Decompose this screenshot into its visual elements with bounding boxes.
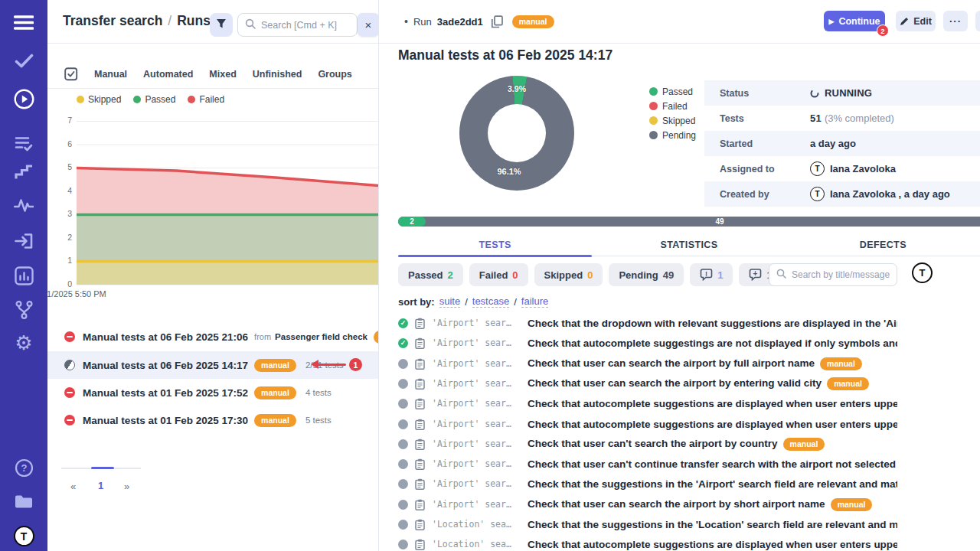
- select-all-icon[interactable]: [64, 67, 78, 81]
- test-row[interactable]: 'Airport' sear…Check that user can searc…: [398, 354, 897, 373]
- steps-icon[interactable]: [0, 165, 47, 180]
- folder-icon[interactable]: [0, 494, 47, 510]
- test-title[interactable]: Check that the dropdown with relevant su…: [528, 318, 897, 329]
- check-icon[interactable]: [0, 54, 47, 68]
- branch-icon[interactable]: [0, 300, 47, 320]
- filter-button[interactable]: [210, 13, 233, 37]
- chart-legend: Skipped Passed Failed: [77, 94, 224, 105]
- run-type-tabs: Manual Automated Mixed Unfinished Groups: [47, 60, 378, 89]
- filter-passed[interactable]: Passed2: [398, 263, 463, 286]
- test-suite: 'Airport' sear…: [432, 478, 518, 489]
- legend-failed: Failed: [649, 99, 696, 113]
- created-value: Iana Zavoloka , a day ago: [830, 188, 950, 200]
- menu-icon[interactable]: [0, 15, 47, 31]
- copy-icon[interactable]: [491, 15, 503, 28]
- test-row[interactable]: 'Airport' sear…Check that autocomplete s…: [398, 414, 897, 434]
- test-row[interactable]: 'Airport' sear…Check that autocomplete s…: [398, 393, 897, 413]
- test-title[interactable]: Check that user can't search the airport…: [528, 438, 825, 451]
- test-suite: 'Airport' sear…: [432, 337, 518, 348]
- y-tick: 3: [54, 209, 72, 218]
- close-button[interactable]: ×: [358, 13, 379, 36]
- skipped-dot: [649, 116, 658, 125]
- pulse-icon[interactable]: [0, 197, 47, 212]
- avatar[interactable]: T: [0, 526, 47, 546]
- pagination-next[interactable]: »: [124, 481, 129, 492]
- help-icon[interactable]: ?: [0, 458, 47, 478]
- tab-tests[interactable]: TESTS: [398, 233, 592, 256]
- test-row[interactable]: 'Airport' sear…Check that user can searc…: [398, 494, 897, 514]
- progress-bar: 49 2: [398, 217, 980, 227]
- search-icon: [245, 18, 256, 32]
- filter-skipped[interactable]: Skipped0: [534, 263, 603, 286]
- annotation-arrow-line: [318, 364, 346, 366]
- tab-groups[interactable]: Groups: [318, 69, 351, 80]
- breadcrumb-section[interactable]: Transfer search: [63, 13, 162, 28]
- edit-button[interactable]: Edit: [896, 11, 936, 31]
- y-tick: 2: [54, 233, 72, 242]
- test-title[interactable]: Check that user can search the airport b…: [528, 377, 869, 390]
- sign-in-icon[interactable]: [0, 232, 47, 250]
- clipboard-icon: [415, 458, 425, 470]
- run-tests-count: 5 tests: [305, 416, 332, 425]
- sort-by-testcase[interactable]: testcase: [472, 295, 509, 308]
- assignee-avatar[interactable]: T: [912, 262, 933, 283]
- tab-statistics[interactable]: STATISTICS: [592, 233, 786, 256]
- bar-chart-icon[interactable]: [0, 266, 47, 285]
- run-bullet: •: [404, 15, 408, 28]
- test-row[interactable]: 'Location' sea…Check that autocomplete s…: [398, 534, 897, 551]
- continue-button[interactable]: ▶Continue: [824, 11, 885, 31]
- test-row[interactable]: 'Airport' sear…Check that the dropdown w…: [398, 313, 897, 333]
- filter-failed[interactable]: Failed0: [469, 263, 528, 286]
- test-title[interactable]: Check that the suggestions in the 'Airpo…: [528, 478, 897, 490]
- filter-comments[interactable]: !1: [690, 263, 733, 286]
- sort-by-failure[interactable]: failure: [521, 295, 548, 308]
- play-circle-icon[interactable]: [0, 89, 47, 109]
- run-row[interactable]: Manual tests at 06 Feb 2025 21:06 from P…: [47, 323, 379, 350]
- clipboard-icon: [415, 519, 425, 530]
- run-row[interactable]: Manual tests at 01 Feb 2025 17:52 manual…: [47, 379, 379, 406]
- status-value: RUNNING: [825, 87, 872, 99]
- test-row[interactable]: 'Airport' sear…Check that the suggestion…: [398, 474, 897, 494]
- more-button[interactable]: ···: [943, 11, 968, 31]
- test-suite: 'Airport' sear…: [432, 419, 518, 429]
- test-title[interactable]: Check that user can search the airport b…: [528, 357, 862, 370]
- test-title[interactable]: Check that the suggestions in the 'Locat…: [528, 519, 897, 530]
- test-row[interactable]: 'Location' sea…Check that the suggestion…: [398, 514, 897, 534]
- tab-unfinished[interactable]: Unfinished: [253, 69, 302, 80]
- test-title[interactable]: Check that autocomplete suggestions are …: [528, 539, 897, 550]
- test-title[interactable]: Check that autocomplete suggestions are …: [528, 398, 897, 409]
- tests-search-input[interactable]: [792, 269, 890, 280]
- test-title[interactable]: Check that autocomplete suggestions are …: [528, 419, 897, 430]
- run-from-plan[interactable]: Passenger field check: [275, 332, 368, 341]
- gear-icon[interactable]: ⚙: [0, 333, 47, 353]
- svg-text:+: +: [753, 269, 758, 278]
- filter-pending[interactable]: Pending49: [609, 263, 684, 286]
- test-title[interactable]: Check that autocomplete suggestings are …: [528, 337, 897, 349]
- test-row[interactable]: 'Airport' sear…Check that autocomplete s…: [398, 333, 897, 353]
- pagination-page-1[interactable]: 1: [98, 480, 103, 491]
- info-row-status: Status RUNNING: [704, 80, 980, 106]
- tests-search: [769, 263, 897, 286]
- test-title[interactable]: Check that user can't continue transfer …: [528, 458, 897, 470]
- tab-defects[interactable]: DEFECTS: [786, 233, 980, 256]
- test-row[interactable]: 'Airport' sear…Check that user can searc…: [398, 373, 897, 393]
- tab-mixed[interactable]: Mixed: [209, 69, 236, 80]
- pending-status-icon: [398, 439, 408, 449]
- run-title: Manual tests at 01 Feb 2025 17:30: [83, 415, 248, 426]
- test-suite: 'Airport' sear…: [432, 378, 518, 389]
- failed-status-icon: [64, 387, 75, 398]
- manual-badge: manual: [820, 357, 862, 370]
- list-check-icon[interactable]: [0, 135, 47, 152]
- tab-automated[interactable]: Automated: [143, 69, 193, 80]
- test-row[interactable]: 'Airport' sear…Check that user can't con…: [398, 454, 897, 474]
- test-title[interactable]: Check that user can search the airport b…: [528, 498, 872, 511]
- legend-skipped: Skipped: [77, 94, 121, 105]
- tab-manual[interactable]: Manual: [94, 69, 127, 80]
- clipped-edge-button[interactable]: [975, 11, 980, 31]
- pagination-prev[interactable]: «: [70, 481, 76, 492]
- legend-skipped: Skipped: [649, 113, 696, 128]
- search-input[interactable]: [261, 20, 347, 31]
- test-row[interactable]: 'Airport' sear…Check that user can't sea…: [398, 434, 897, 454]
- run-row[interactable]: Manual tests at 01 Feb 2025 17:30 manual…: [47, 406, 379, 434]
- sort-by-suite[interactable]: suite: [439, 295, 460, 308]
